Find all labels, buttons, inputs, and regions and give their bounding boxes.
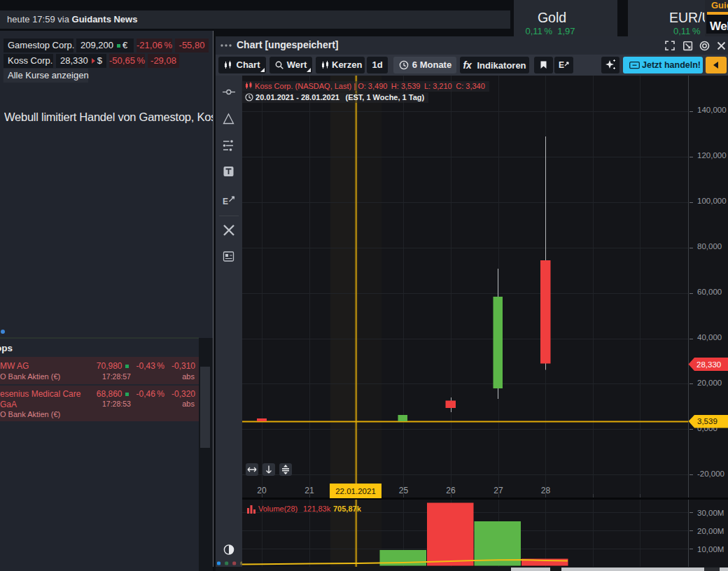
svg-text:Volume(28): Volume(28) xyxy=(258,505,298,513)
svg-text:100,000: 100,000 xyxy=(697,197,727,205)
svg-text:20,000: 20,000 xyxy=(697,379,722,387)
svg-text:705,87k: 705,87k xyxy=(333,505,362,513)
svg-text:-20,000: -20,000 xyxy=(697,470,724,478)
svg-text:25: 25 xyxy=(399,486,409,495)
svg-text:40,000: 40,000 xyxy=(697,333,722,341)
svg-text:80,000: 80,000 xyxy=(697,242,722,251)
svg-text:21: 21 xyxy=(304,486,314,495)
svg-text:27: 27 xyxy=(493,486,503,495)
svg-text:E: E xyxy=(223,197,228,206)
svg-text:26: 26 xyxy=(446,486,456,495)
svg-text:E: E xyxy=(559,60,564,70)
svg-text:121,83k: 121,83k xyxy=(303,505,331,513)
svg-text:30,00M: 30,00M xyxy=(697,509,724,517)
svg-text:22.01.2021: 22.01.2021 xyxy=(335,487,376,495)
svg-text:20,00M: 20,00M xyxy=(697,527,724,535)
svg-text:28: 28 xyxy=(541,486,551,495)
svg-text:140,000: 140,000 xyxy=(697,106,727,114)
svg-text:3,539: 3,539 xyxy=(697,417,718,425)
svg-text:120,000: 120,000 xyxy=(697,151,727,160)
svg-text:60,000: 60,000 xyxy=(697,288,722,296)
svg-text:20: 20 xyxy=(257,486,267,495)
svg-text:10,00M: 10,00M xyxy=(697,545,724,554)
svg-text:28,330: 28,330 xyxy=(696,360,721,369)
